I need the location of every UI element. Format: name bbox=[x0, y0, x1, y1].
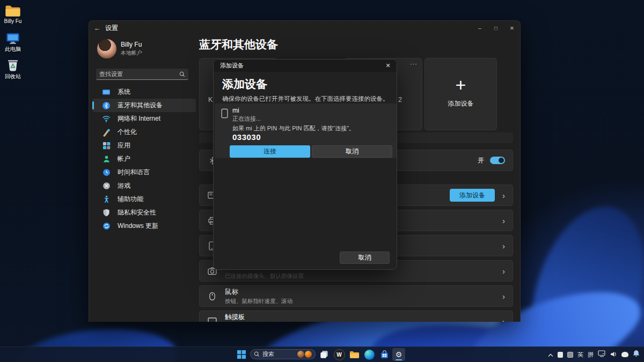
chevron-right-icon: › bbox=[502, 267, 505, 275]
back-button[interactable]: ← bbox=[89, 24, 105, 32]
pairing-device-card: mi 正在连接... 如果 mi 上的 PIN 与此 PIN 匹配，请按“连接”… bbox=[215, 104, 397, 158]
dialog-footer-cancel-button[interactable]: 取消 bbox=[340, 252, 390, 264]
sidebar-item-apps[interactable]: 应用 bbox=[92, 139, 196, 152]
desktop-icon-label: 此电脑 bbox=[0, 46, 26, 53]
bluetooth-toggle[interactable] bbox=[490, 157, 505, 164]
chevron-right-icon: › bbox=[502, 217, 505, 225]
add-device-card[interactable]: + 添加设备 bbox=[425, 58, 497, 130]
chevron-right-icon: › bbox=[502, 242, 505, 250]
touchpad-icon bbox=[207, 317, 217, 322]
profile-account-type: 本地帐户 bbox=[121, 49, 142, 57]
search-icon bbox=[254, 350, 260, 359]
store-button[interactable] bbox=[378, 348, 391, 361]
sidebar-item-time-language[interactable]: 时间和语言 bbox=[92, 166, 196, 179]
sidebar-item-bluetooth-devices[interactable]: 蓝牙和其他设备 bbox=[92, 99, 196, 112]
touchpad-row[interactable]: 触摸板 点击、手势、滚动、缩放 › bbox=[199, 311, 513, 322]
sidebar-item-gaming[interactable]: 游戏 bbox=[92, 179, 196, 193]
more-options-icon[interactable]: ··· bbox=[410, 61, 418, 67]
user-profile[interactable]: Billy Fu 本地帐户 bbox=[97, 39, 142, 58]
page-title: 蓝牙和其他设备 bbox=[199, 37, 278, 52]
minimize-button[interactable]: – bbox=[472, 21, 488, 35]
settings-app-button[interactable]: ⚙ bbox=[392, 348, 405, 361]
search-icon bbox=[179, 71, 185, 77]
desktop-icon-label: Billy Fu bbox=[0, 18, 26, 24]
show-hidden-icons-button[interactable] bbox=[548, 350, 553, 359]
tray-app-icon[interactable] bbox=[567, 352, 573, 358]
gear-icon: ⚙ bbox=[396, 351, 402, 358]
sidebar-item-privacy-security[interactable]: 隐私和安全性 bbox=[92, 206, 196, 219]
desktop-icon-label: 回收站 bbox=[0, 73, 26, 80]
pin-code: 033030 bbox=[232, 132, 261, 142]
cancel-button[interactable]: 取消 bbox=[312, 145, 392, 158]
mouse-row[interactable]: 鼠标 按钮、鼠标指针速度、滚动 › bbox=[199, 285, 513, 307]
file-explorer-button[interactable] bbox=[348, 348, 361, 361]
sidebar-item-system[interactable]: 系统 bbox=[92, 85, 196, 99]
wifi-icon bbox=[102, 115, 111, 123]
taskbar: 搜索 W ⚙ 英 拼 bbox=[0, 346, 644, 362]
system-icon bbox=[102, 88, 111, 97]
sidebar-item-network[interactable]: 网络和 Internet bbox=[92, 112, 196, 125]
store-icon bbox=[380, 350, 389, 359]
start-button[interactable] bbox=[235, 348, 248, 361]
ime-mode-button[interactable]: 拼 bbox=[588, 351, 594, 359]
search-highlight-image[interactable] bbox=[297, 351, 304, 358]
settings-search-box[interactable] bbox=[96, 69, 188, 80]
sidebar-nav: 系统 蓝牙和其他设备 网络和 Internet 个性化 应用 bbox=[89, 85, 199, 233]
system-tray: 英 拼 bbox=[548, 347, 640, 362]
window-title: 设置 bbox=[105, 24, 118, 33]
mouse-icon bbox=[207, 292, 217, 301]
device-name: mi bbox=[232, 107, 239, 114]
row-subtitle: 已连接的摄像头、默认图像设置 bbox=[225, 272, 304, 280]
desktop-icon-user-folder[interactable]: Billy Fu bbox=[0, 4, 26, 24]
add-device-button[interactable]: 添加设备 bbox=[450, 189, 495, 202]
search-placeholder: 搜索 bbox=[262, 350, 274, 358]
search-input[interactable] bbox=[96, 71, 179, 77]
recycle-bin-icon bbox=[0, 58, 26, 72]
volume-icon[interactable] bbox=[610, 350, 617, 359]
active-app-indicator bbox=[396, 359, 402, 361]
sidebar-item-windows-update[interactable]: Windows 更新 bbox=[92, 219, 196, 233]
w-app-icon: W bbox=[334, 349, 345, 360]
w-app-button[interactable]: W bbox=[333, 348, 346, 361]
folder-icon bbox=[0, 4, 26, 17]
taskbar-search[interactable]: 搜索 bbox=[250, 349, 316, 359]
edge-button[interactable] bbox=[363, 348, 376, 361]
row-title: 触摸板 bbox=[225, 313, 287, 322]
display-tray-icon[interactable] bbox=[598, 350, 606, 359]
task-view-button[interactable] bbox=[318, 348, 331, 361]
desktop-icon-this-pc[interactable]: 此电脑 bbox=[0, 32, 26, 53]
pin-hint: 如果 mi 上的 PIN 与此 PIN 匹配，请按“连接”。 bbox=[232, 124, 355, 132]
bluetooth-icon bbox=[102, 101, 111, 110]
chevron-right-icon: › bbox=[502, 317, 505, 322]
dialog-close-button[interactable]: ✕ bbox=[379, 60, 397, 72]
close-button[interactable]: ✕ bbox=[504, 21, 520, 35]
desktop-icon-recycle-bin[interactable]: 回收站 bbox=[0, 58, 26, 80]
tray-app-icon[interactable] bbox=[558, 352, 563, 358]
row-subtitle: 按钮、鼠标指针速度、滚动 bbox=[225, 298, 292, 305]
row-title: 鼠标 bbox=[225, 287, 292, 297]
device-status: 正在连接... bbox=[232, 115, 261, 123]
tray-app-icon[interactable] bbox=[621, 352, 628, 357]
dialog-titlebar: 添加设备 ✕ bbox=[214, 60, 397, 72]
settings-sidebar: Billy Fu 本地帐户 系统 蓝牙和其他设备 网络 bbox=[89, 35, 199, 322]
search-highlight-image[interactable] bbox=[305, 351, 312, 358]
xbox-icon bbox=[102, 182, 111, 190]
bluetooth-state-label: 开 bbox=[478, 156, 484, 165]
notification-bell-icon[interactable] bbox=[633, 350, 640, 359]
windows-logo-icon bbox=[237, 350, 246, 359]
sidebar-item-accounts[interactable]: 帐户 bbox=[92, 152, 196, 166]
dialog-heading: 添加设备 bbox=[222, 77, 267, 92]
sidebar-item-accessibility[interactable]: 辅助功能 bbox=[92, 193, 196, 206]
ime-language-button[interactable]: 英 bbox=[577, 351, 583, 359]
shield-icon bbox=[102, 209, 111, 217]
dialog-subtitle: 确保你的设备已打开并可被发现。在下面选择要连接的设备。 bbox=[222, 95, 389, 103]
add-device-dialog: 添加设备 ✕ 添加设备 确保你的设备已打开并可被发现。在下面选择要连接的设备。 … bbox=[213, 59, 397, 270]
desktop: Billy Fu 此电脑 回收站 ← 设置 – □ ✕ Billy Fu 本地帐… bbox=[0, 0, 644, 362]
add-device-card-label: 添加设备 bbox=[425, 99, 496, 108]
accessibility-icon bbox=[102, 195, 111, 204]
connect-button[interactable]: 连接 bbox=[230, 145, 310, 158]
chevron-right-icon: › bbox=[502, 191, 505, 200]
maximize-button[interactable]: □ bbox=[488, 21, 504, 35]
sidebar-item-personalization[interactable]: 个性化 bbox=[92, 125, 196, 139]
phone-icon bbox=[221, 108, 228, 121]
